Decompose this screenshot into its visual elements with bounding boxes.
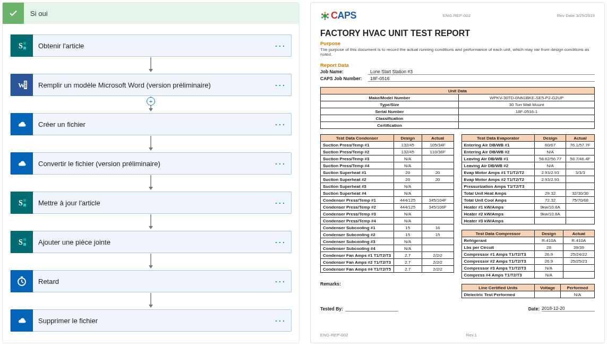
- unit-row-label: Certification: [321, 122, 459, 129]
- flow-arrow: +: [147, 96, 155, 113]
- svg-marker-20: [149, 187, 153, 190]
- table-row: Condenser Fan Amps #2 T1/T2/T32.72/2/2: [321, 259, 454, 266]
- svg-rect-10: [24, 83, 27, 84]
- svg-rect-3: [23, 47, 26, 49]
- table-row: Dielectric Test PerformedN/A: [461, 291, 595, 298]
- action-menu-button[interactable]: ···: [270, 197, 291, 209]
- compressor-table: Test Data Compressor Design Actual Refri…: [461, 230, 595, 279]
- action-label: Créer un fichier: [33, 120, 270, 128]
- flow-action-card[interactable]: Créer un fichier···: [10, 113, 292, 135]
- remarks-label: Remarks:: [320, 281, 454, 287]
- svg-marker-36: [149, 305, 153, 308]
- action-app-icon: W: [11, 74, 33, 96]
- flow-action-card[interactable]: Supprimer le fichier···: [10, 309, 292, 332]
- unit-row-value: 30 Ton Wall Mount: [459, 101, 595, 108]
- table-row: Suction Press/Temp #4N/A: [321, 162, 454, 169]
- unit-row-value: 18F-0516-1: [459, 108, 595, 115]
- action-menu-button[interactable]: ···: [270, 80, 291, 91]
- svg-rect-11: [24, 85, 27, 86]
- flow-arrow: [147, 135, 155, 152]
- svg-point-43: [321, 16, 323, 18]
- svg-rect-24: [23, 204, 26, 206]
- logo-icon: [320, 11, 330, 21]
- flow-arrow: [147, 253, 155, 270]
- flow-action-card[interactable]: SMettre à jour l'article···: [10, 192, 292, 214]
- svg-text:S: S: [19, 199, 23, 207]
- svg-rect-29: [23, 238, 26, 241]
- unit-row-label: Classification: [321, 115, 459, 122]
- signature-row: Tested By: Date:2018-12-20: [320, 306, 595, 311]
- flow-action-card[interactable]: WRemplir un modèle Microsoft Word (versi…: [10, 74, 292, 96]
- flow-action-card[interactable]: SObtenir l'article···: [10, 34, 292, 57]
- action-label: Retard: [33, 278, 270, 285]
- table-row: Condenser Press/Temp #2444/125345/106F: [321, 204, 454, 211]
- table-row: Suction Press/Temp #3N/A: [321, 155, 454, 162]
- svg-rect-12: [24, 86, 27, 88]
- table-row: Suction Superheat #4N/A: [321, 190, 454, 197]
- table-row: Leaving Air DB/WB #2N/A: [461, 162, 595, 169]
- action-app-icon: S: [11, 192, 33, 214]
- action-label: Ajouter une pièce jointe: [33, 238, 270, 246]
- flow-action-card[interactable]: SAjouter une pièce jointe···: [10, 231, 292, 253]
- table-row: Condenser Subcooling #3N/A: [321, 238, 454, 245]
- action-app-icon: [11, 270, 33, 292]
- unit-row-label: Serial Number: [321, 108, 459, 115]
- svg-rect-2: [23, 42, 26, 45]
- table-row: Evap Motor Amps #1 T1/T2/T22.93/2.933/3/…: [461, 169, 595, 176]
- table-row: Condenser Subcooling #21515: [321, 231, 454, 238]
- flow-arrow: [147, 175, 155, 192]
- svg-point-39: [324, 12, 326, 13]
- table-row: Condenser Press/Temp #4N/A: [321, 218, 454, 224]
- svg-point-44: [321, 13, 323, 15]
- flow-action-card[interactable]: Retard···: [10, 270, 292, 292]
- purpose-text: The purpose of this document is to recor…: [320, 47, 595, 57]
- table-row: Evap Motor Amps #2 T1/T2/T22.93/2.93: [461, 176, 595, 183]
- flow-body: SObtenir l'article···WRemplir un modèle …: [3, 24, 299, 332]
- unit-data-table: Unit Data Make/Model NumberWPKV-30TD-0NN…: [320, 87, 595, 129]
- action-menu-button[interactable]: ···: [270, 276, 291, 287]
- table-row: Suction Superheat #22020: [321, 176, 454, 183]
- action-menu-button[interactable]: ···: [270, 158, 291, 169]
- flow-arrow: [147, 57, 155, 74]
- table-row: Condenser Fan Amps #1 T1/T2/T32.72/2/2: [321, 252, 454, 259]
- flow-panel: Si oui SObtenir l'article···WRemplir un …: [2, 2, 300, 343]
- table-row: Suction Press/Temp #2132/45110/36F: [321, 149, 454, 155]
- action-menu-button[interactable]: ···: [270, 119, 291, 130]
- table-row: Lbs per Circuit2839/39: [461, 244, 595, 251]
- action-label: Obtenir l'article: [33, 42, 270, 50]
- svg-marker-5: [149, 69, 153, 72]
- report-title: FACTORY HVAC UNIT TEST REPORT: [320, 29, 595, 38]
- table-row: Suction Superheat #12020: [321, 169, 454, 176]
- report-footer: ENG-REP-002 Rev.1: [320, 333, 595, 337]
- header-revdate: Rev Date 3/25/2019: [557, 13, 595, 18]
- action-label: Mettre à jour l'article: [33, 199, 270, 207]
- date-value: 2018-12-20: [542, 306, 595, 311]
- table-row: Entering Air DB/WB #160/6776.1/57.7F: [461, 142, 595, 149]
- tested-by-value: [345, 306, 398, 311]
- action-menu-button[interactable]: ···: [270, 40, 291, 51]
- unit-row-label: Type/Size: [321, 101, 459, 108]
- svg-rect-23: [23, 199, 26, 202]
- action-app-icon: [11, 113, 33, 135]
- job-num-row: CAPS Job Number: 18F-0516: [320, 76, 595, 82]
- unit-row-value: [459, 122, 595, 129]
- action-menu-button[interactable]: ···: [270, 237, 291, 248]
- table-row: Suction Press/Temp #1132/45105/34F: [321, 142, 454, 149]
- table-row: Heater #3 kW/Amps: [461, 218, 595, 224]
- svg-marker-14: [149, 108, 153, 111]
- flow-insert-step-button[interactable]: +: [147, 97, 155, 106]
- svg-rect-9: [24, 82, 27, 83]
- table-row: Total Unit Cool Amps72.3275/70/68: [461, 197, 595, 204]
- table-row: Compress #4 Amps T1/T2/T3N/A: [461, 272, 595, 279]
- table-row: Compressor #3 Amps T1/T2/T3N/A: [461, 265, 595, 272]
- purpose-label: Purpose: [320, 40, 595, 46]
- report-header: CAPS ENG-REP-002 Rev Date 3/25/2019: [320, 10, 595, 21]
- action-menu-button[interactable]: ···: [270, 315, 291, 326]
- table-row: Condenser Press/Temp #1444/125345/104F: [321, 197, 454, 204]
- flow-action-card[interactable]: Convertir le fichier (version préliminai…: [10, 152, 292, 175]
- condition-branch-header[interactable]: Si oui: [3, 3, 299, 24]
- svg-point-38: [323, 14, 327, 18]
- table-row: Heater #2 kW/Amps9kw/10.8A: [461, 211, 595, 218]
- table-row: Compressor #1 Amps T1/T2/T326.925/24/22: [461, 251, 595, 258]
- action-app-icon: [11, 152, 33, 175]
